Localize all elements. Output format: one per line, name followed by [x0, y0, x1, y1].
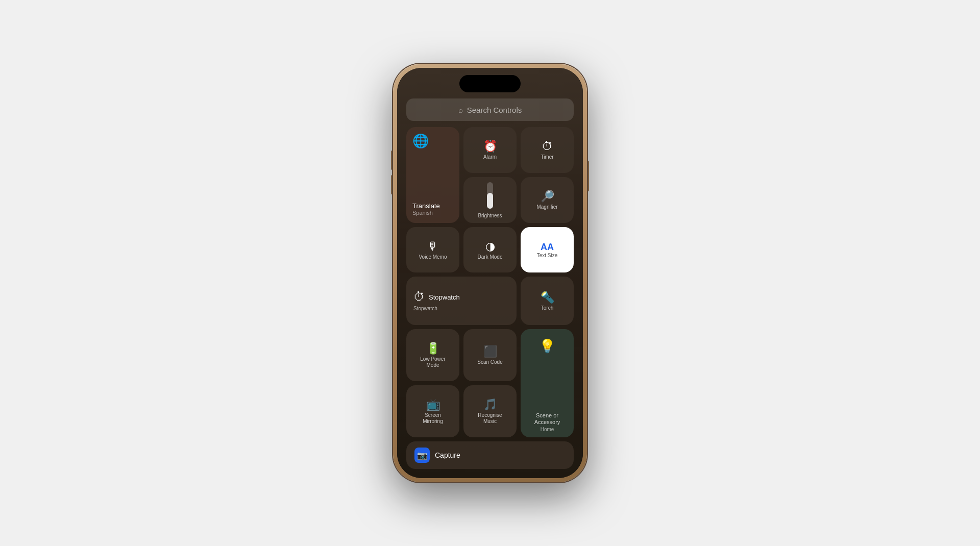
screen-mirroring-label: ScreenMirroring [423, 412, 443, 425]
timer-control[interactable]: ⏱ Timer [521, 127, 574, 173]
voice-memo-control[interactable]: 🎙 Voice Memo [406, 227, 459, 273]
text-size-control[interactable]: AA Text Size [521, 227, 574, 273]
scan-code-label: Scan Code [477, 359, 502, 365]
low-power-control[interactable]: 🔋 Low PowerMode [406, 329, 459, 381]
brightness-track [487, 182, 493, 209]
timer-icon: ⏱ [542, 141, 553, 152]
alarm-label: Alarm [483, 154, 497, 160]
magnifier-control[interactable]: 🔎 Magnifier [521, 177, 574, 223]
text-size-label: Text Size [537, 253, 558, 259]
dark-mode-icon: ◑ [485, 241, 495, 252]
home-scene-label: Scene or Accessory [526, 412, 569, 426]
dark-mode-label: Dark Mode [478, 254, 503, 260]
home-label: Home [541, 427, 554, 432]
translate-icon: 🌐 [412, 133, 429, 149]
low-power-icon: 🔋 [426, 343, 440, 354]
stopwatch-label: Stopwatch [413, 306, 437, 311]
scan-code-control[interactable]: ⬛ Scan Code [463, 329, 517, 381]
translate-title: Translate [412, 202, 440, 210]
phone-screen: ⌕ Search Controls 🌐 Translate Spa [397, 68, 583, 478]
capture-section[interactable]: 📷 Capture [406, 441, 574, 469]
magnifier-label: Magnifier [536, 204, 557, 210]
screen-content: ⌕ Search Controls 🌐 Translate Spa [397, 68, 583, 478]
text-size-icon: AA [541, 242, 554, 253]
stopwatch-inner: ⏱ Stopwatch [413, 290, 460, 304]
power-button[interactable] [587, 161, 589, 191]
torch-icon: 🔦 [541, 292, 554, 303]
search-placeholder: Search Controls [467, 106, 522, 114]
stopwatch-name: Stopwatch [429, 293, 460, 301]
dynamic-island [459, 75, 521, 92]
recognise-music-icon: 🎵 [483, 399, 497, 410]
recognise-music-control[interactable]: 🎵 RecogniseMusic [463, 385, 517, 437]
recognise-music-label: RecogniseMusic [478, 412, 502, 425]
scan-code-icon: ⬛ [483, 346, 497, 357]
stopwatch-control[interactable]: ⏱ Stopwatch Stopwatch [406, 277, 517, 325]
torch-control[interactable]: 🔦 Torch [521, 277, 574, 325]
capture-icon: 📷 [414, 448, 430, 463]
home-control[interactable]: 💡 Scene or Accessory Home [521, 329, 574, 437]
phone-body: ⌕ Search Controls 🌐 Translate Spa [393, 64, 587, 482]
low-power-label: Low PowerMode [420, 356, 445, 368]
voice-memo-icon: 🎙 [427, 241, 438, 252]
phone-frame: ⌕ Search Controls 🌐 Translate Spa [393, 64, 587, 482]
brightness-fill [487, 193, 493, 209]
translate-subtitle: Spanish [412, 210, 440, 216]
control-center-panel: ⌕ Search Controls 🌐 Translate Spa [406, 98, 574, 469]
timer-label: Timer [541, 154, 553, 160]
stopwatch-icon: ⏱ [413, 290, 425, 304]
brightness-control[interactable]: Brightness [463, 177, 517, 223]
translate-control[interactable]: 🌐 Translate Spanish [406, 127, 459, 223]
magnifier-icon: 🔎 [541, 191, 554, 202]
voice-memo-label: Voice Memo [419, 254, 447, 260]
search-icon: ⌕ [458, 106, 463, 114]
alarm-control[interactable]: ⏰ Alarm [463, 127, 517, 173]
search-bar[interactable]: ⌕ Search Controls [406, 98, 574, 121]
dark-mode-control[interactable]: ◑ Dark Mode [463, 227, 517, 273]
brightness-label: Brightness [478, 213, 502, 219]
home-bulb-icon: 💡 [539, 338, 555, 354]
controls-grid: 🌐 Translate Spanish ⏰ Alarm [406, 127, 574, 437]
alarm-icon: ⏰ [483, 141, 497, 152]
capture-label: Capture [435, 451, 460, 459]
screen-mirroring-control[interactable]: 📺 ScreenMirroring [406, 385, 459, 437]
torch-label: Torch [541, 305, 553, 311]
screen-mirroring-icon: 📺 [426, 399, 440, 410]
